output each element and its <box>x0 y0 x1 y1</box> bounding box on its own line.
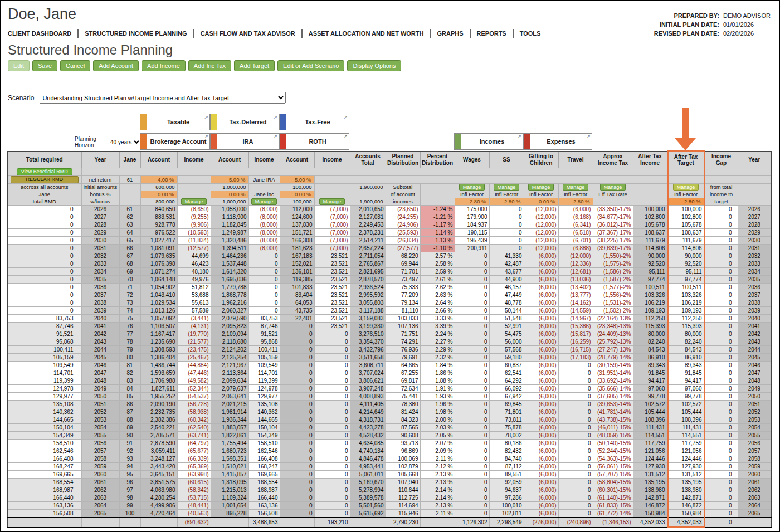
cell: 0 <box>704 307 738 315</box>
cell: 5,389,578 <box>350 494 386 502</box>
cell: 80,000 <box>667 330 704 338</box>
manage-wages-button[interactable]: Manage <box>459 184 485 191</box>
cell: (7,000) <box>314 237 350 245</box>
cell: (48,059)-15% <box>593 432 633 440</box>
brokerage-bonus[interactable]: 0.00 % <box>140 191 177 198</box>
total-cell: 2,298,549 <box>489 518 524 528</box>
cell: 107,136 <box>386 323 420 330</box>
roth-net-return[interactable]: 5.00 % <box>280 176 314 184</box>
plan-row-2049: 124,9782049841,827,611(52,344)2,079,6371… <box>7 385 771 393</box>
cell: 2,099,634 <box>211 377 248 385</box>
cell: 5,061,011 <box>350 471 386 479</box>
cell: 2,657,224 <box>350 245 386 252</box>
cell: 2041 <box>738 323 771 330</box>
tax-deferred-expand-icon[interactable]: ↗ <box>273 114 277 120</box>
nav-client-dashboard[interactable]: CLIENT DASHBOARD <box>8 29 77 38</box>
nav-cash-flow-and-tax-advisor[interactable]: CASH FLOW AND TAX ADVISOR <box>193 29 301 38</box>
cell: (25,467) <box>177 354 211 362</box>
wages-infl-value[interactable]: 2.80 % <box>455 198 489 206</box>
regular-rmd-button[interactable]: REGULAR RMD <box>11 176 79 183</box>
tax-free-expand-icon[interactable]: ↗ <box>343 114 348 120</box>
manage-after-tax-target-button[interactable]: Manage <box>673 184 699 191</box>
cell: 59,180 <box>489 354 524 362</box>
cell: (12,000) <box>524 213 558 221</box>
manage-ss-button[interactable]: Manage <box>494 184 520 191</box>
ira-net-return[interactable]: 5.00 % <box>211 176 248 184</box>
expenses-expand-icon[interactable]: ↗ <box>586 134 591 139</box>
travel-infl-factor-label: Infl Factor <box>558 191 593 198</box>
after-tax-target-infl-value[interactable]: 2.80 % <box>667 198 704 206</box>
roth-bonus[interactable]: 0.00 % <box>280 191 314 198</box>
cell: (6,000) <box>524 299 558 307</box>
cell: 200,911 <box>455 245 489 252</box>
cancel-button[interactable]: Cancel <box>60 60 90 71</box>
cell: 0 <box>455 362 489 369</box>
add-target-button[interactable]: Add Target <box>234 60 275 71</box>
nav-structured-income-planning[interactable]: STRUCTURED INCOME PLANNING <box>77 29 193 38</box>
edit-button[interactable]: Edit <box>8 60 30 71</box>
brokerage-expand-icon[interactable]: ↗ <box>204 134 208 139</box>
cell: 3,851,575 <box>140 479 177 486</box>
cell: 0 <box>704 221 738 229</box>
cell: 1,001,654 <box>211 502 248 510</box>
manage-brokerage-income-button[interactable]: Manage <box>181 198 207 205</box>
add-inc-tax-button[interactable]: Add Inc Tax <box>188 60 231 71</box>
cell: 1,415,857 <box>211 471 248 479</box>
manage-travel-button[interactable]: Manage <box>563 184 589 191</box>
cell: 0 <box>704 471 738 479</box>
cell: (16,259) <box>558 338 593 346</box>
cell: 62,541 <box>489 369 524 377</box>
ss-infl-value[interactable]: 2.80 % <box>489 198 524 206</box>
manage-roth-income-button[interactable]: Manage <box>319 198 345 205</box>
nav-reports[interactable]: REPORTS <box>470 29 513 38</box>
ira-bonus[interactable]: 0.00 % <box>211 191 248 198</box>
incomes-expand-icon[interactable]: ↗ <box>517 134 521 139</box>
cell: (48,441) <box>177 502 211 510</box>
cell: 0 <box>455 408 489 416</box>
view-beneficial-rmd-button[interactable]: View Beneficial RMD <box>17 168 72 175</box>
tax-deferred-color-bar <box>211 114 217 130</box>
add-income-button[interactable]: Add Income <box>142 60 186 71</box>
nav-graphs[interactable]: GRAPHS <box>430 29 469 38</box>
cell: 0 <box>280 440 314 447</box>
cell: 2026 <box>81 206 119 213</box>
subheader-spacer <box>81 168 667 176</box>
cell: 0 <box>704 447 738 455</box>
cell: 0 <box>314 385 350 393</box>
manage-income-tax-button[interactable]: Manage <box>600 184 626 191</box>
cell: 47,449 <box>489 291 524 299</box>
cell: 2.00 % <box>420 416 455 424</box>
add-account-button[interactable]: Add Account <box>93 60 139 71</box>
manage-gifting-button[interactable]: Manage <box>528 184 554 191</box>
travel-infl-value[interactable]: 2.80 % <box>558 198 593 206</box>
cell: 80 <box>119 354 140 362</box>
cell: 2.32 % <box>420 354 455 362</box>
cell: 49,976 <box>177 276 211 284</box>
nav-tools[interactable]: TOOLS <box>513 29 547 38</box>
ira-expand-icon[interactable]: ↗ <box>273 134 277 139</box>
cell: 0 <box>280 471 314 479</box>
nav-asset-allocation-and-net-worth[interactable]: ASSET ALLOCATION AND NET WORTH <box>301 29 430 38</box>
gifting-infl-value[interactable]: 0.00 % <box>524 198 558 206</box>
cell: 3.33 % <box>420 315 455 323</box>
across-all-accounts-label: accross all accounts <box>7 184 81 191</box>
cell: 100,411 <box>248 346 280 354</box>
cell: 119,399 <box>248 377 280 385</box>
income-gap-note-2: income to <box>704 191 738 198</box>
cell: (35,666)-14% <box>593 385 633 393</box>
manage-ira-income-button[interactable]: Manage <box>251 198 277 205</box>
roth-expand-icon[interactable]: ↗ <box>343 134 348 139</box>
target-infl-factor-label: Infl Factor <box>667 191 704 198</box>
scenario-select[interactable]: Understanding Structured Plan w/Target I… <box>40 92 286 104</box>
cell: 84,543 <box>667 346 704 354</box>
cell: 2.07 % <box>420 440 455 447</box>
display-options-button[interactable]: Display Options <box>347 60 401 71</box>
cell: 0 <box>280 447 314 455</box>
edit-or-add-scenario-button[interactable]: Edit or Add Scenario <box>277 60 344 71</box>
save-button[interactable]: Save <box>32 60 57 71</box>
main-nav: CLIENT DASHBOARD STRUCTURED INCOME PLANN… <box>8 29 547 38</box>
planning-horizon-select[interactable]: 40 years <box>108 138 142 147</box>
taxable-expand-icon[interactable]: ↗ <box>204 114 208 120</box>
cell: 2032 <box>81 252 119 260</box>
brokerage-net-return[interactable]: 4.00 % <box>140 176 177 184</box>
